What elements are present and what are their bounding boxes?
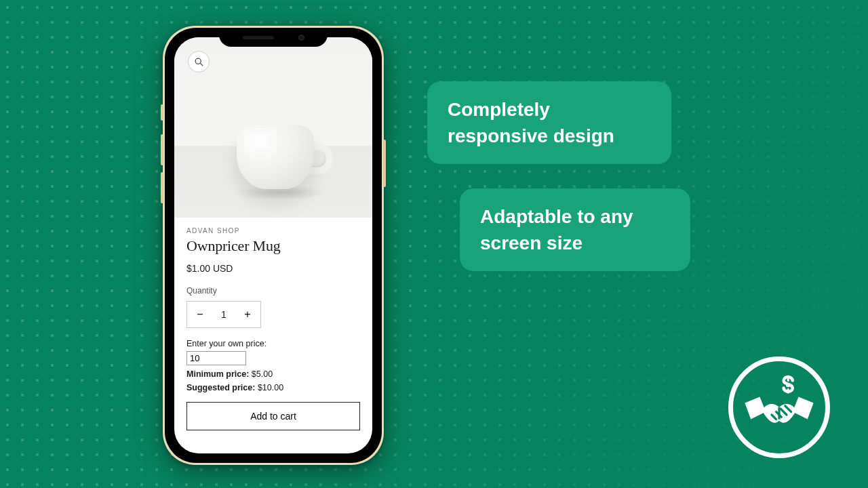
magnifier-icon bbox=[194, 57, 204, 67]
phone-frame: ADVAN SHOP Ownpricer Mug $1.00 USD Quant… bbox=[163, 26, 384, 465]
suggested-price-row: Suggested price: $10.00 bbox=[186, 383, 360, 392]
svg-point-0 bbox=[195, 58, 201, 64]
phone-power-button bbox=[383, 140, 386, 187]
zoom-button[interactable] bbox=[188, 51, 210, 73]
min-price-label: Minimum price: bbox=[186, 369, 249, 379]
front-camera bbox=[298, 35, 304, 41]
quantity-label: Quantity bbox=[186, 286, 360, 296]
own-price-input[interactable] bbox=[186, 351, 246, 365]
suggested-price-value: $10.00 bbox=[258, 383, 283, 392]
quantity-stepper: − 1 + bbox=[186, 301, 261, 328]
phone-volume-down bbox=[161, 172, 163, 203]
product-body: ADVAN SHOP Ownpricer Mug $1.00 USD Quant… bbox=[174, 218, 372, 443]
own-price-label: Enter your own price: bbox=[186, 339, 360, 348]
min-price-row: Minimum price: $5.00 bbox=[186, 369, 360, 379]
product-price: $1.00 USD bbox=[186, 263, 360, 274]
qty-value: 1 bbox=[213, 309, 235, 320]
qty-minus-button[interactable]: − bbox=[187, 302, 213, 327]
phone-screen: ADVAN SHOP Ownpricer Mug $1.00 USD Quant… bbox=[174, 37, 372, 453]
product-vendor: ADVAN SHOP bbox=[186, 227, 360, 235]
callout-adaptable: Adaptable to any screen size bbox=[460, 188, 690, 271]
phone-volume-up bbox=[161, 134, 163, 165]
handshake-dollar-icon bbox=[742, 370, 816, 445]
min-price-value: $5.00 bbox=[252, 369, 273, 379]
phone-mute-switch bbox=[161, 104, 163, 121]
handshake-badge bbox=[728, 357, 830, 458]
suggested-price-label: Suggested price: bbox=[186, 383, 255, 392]
product-image bbox=[174, 37, 372, 218]
svg-line-1 bbox=[200, 63, 203, 66]
qty-plus-button[interactable]: + bbox=[235, 302, 260, 327]
mug-body bbox=[237, 125, 314, 189]
add-to-cart-button[interactable]: Add to cart bbox=[186, 402, 360, 430]
callout-responsive: Completely responsive design bbox=[427, 81, 671, 164]
phone-notch bbox=[219, 28, 328, 47]
speaker-slot bbox=[243, 36, 274, 39]
phone-bezel: ADVAN SHOP Ownpricer Mug $1.00 USD Quant… bbox=[165, 28, 382, 463]
marketing-slide: ADVAN SHOP Ownpricer Mug $1.00 USD Quant… bbox=[0, 0, 868, 488]
product-title: Ownpricer Mug bbox=[186, 237, 360, 255]
